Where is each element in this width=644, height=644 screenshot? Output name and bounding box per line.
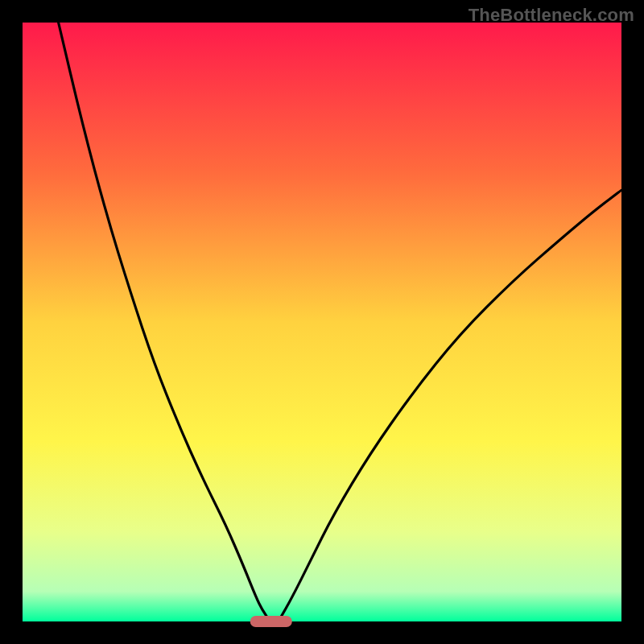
chart-svg bbox=[0, 0, 644, 644]
svg-rect-2 bbox=[250, 616, 292, 627]
bottleneck-chart: TheBottleneck.com bbox=[0, 0, 644, 644]
svg-rect-1 bbox=[23, 23, 621, 621]
watermark-label: TheBottleneck.com bbox=[469, 5, 634, 26]
